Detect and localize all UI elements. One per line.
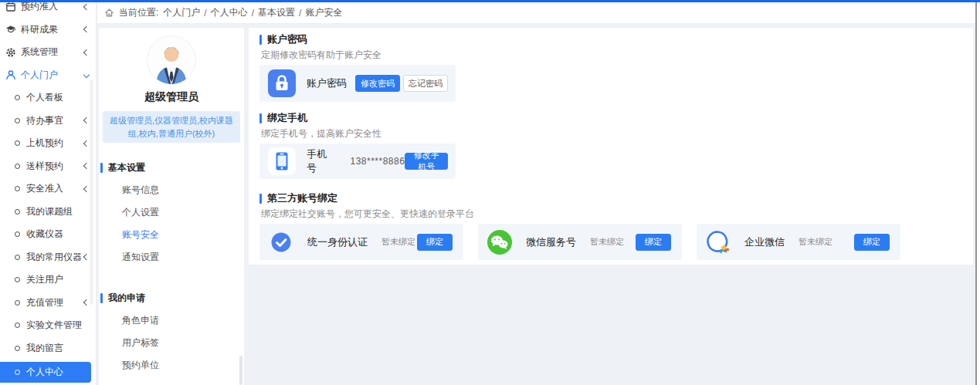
sidebar-scrollbar[interactable]: [90, 79, 93, 305]
badge-check-icon: [267, 228, 295, 256]
breadcrumb-separator: /: [252, 8, 254, 19]
breadcrumb-segment[interactable]: 账户安全: [305, 6, 342, 19]
sidebar-item-label: 我的留言: [26, 342, 63, 355]
chevron-left-icon: [83, 299, 90, 306]
bind-status: 暂未绑定: [381, 236, 415, 248]
circle-bullet-icon: [15, 209, 20, 214]
sidebar-item-reservation-access[interactable]: 预约准入: [0, 2, 96, 19]
sidebar-item-experiment-files[interactable]: 实验文件管理: [0, 314, 96, 337]
menu-item-role-application[interactable]: 角色申请: [99, 309, 244, 332]
breadcrumb-segment[interactable]: 个人中心: [211, 6, 248, 19]
circle-bullet-icon: [15, 346, 20, 351]
bind-status: 暂未绑定: [799, 236, 832, 248]
chevron-left-icon: [83, 140, 90, 147]
sidebar-item-safety-access[interactable]: 安全准入: [0, 177, 96, 201]
change-password-button[interactable]: 修改密码: [355, 75, 400, 92]
bind-button[interactable]: 绑定: [417, 234, 453, 251]
sidebar-item-followed-users[interactable]: 关注用户: [0, 268, 96, 292]
section-marker: [259, 113, 262, 123]
sidebar-item-my-research-group[interactable]: 我的课题组: [0, 201, 96, 224]
sidebar-item-recharge-management[interactable]: 充值管理: [0, 292, 96, 315]
top-accent-bar: [0, 0, 980, 2]
sidebar-item-personal-dashboard[interactable]: 个人看板: [0, 86, 96, 110]
chevron-left-icon: [83, 26, 90, 32]
sidebar-item-label: 收藏仪器: [26, 228, 63, 241]
breadcrumb: 当前位置: 个人门户 / 个人中心 / 基本设置 / 账户安全: [97, 2, 975, 24]
password-card: 账户密码 修改密码 忘记密码: [259, 65, 456, 102]
chevron-left-icon: [83, 186, 90, 192]
phone-number-value: 138****8886: [350, 156, 405, 167]
breadcrumb-separator: /: [204, 8, 206, 19]
forgot-password-button[interactable]: 忘记密码: [403, 75, 448, 92]
profile-roles-badge: 超级管理员,仪器管理员,校内课题组,校内,普通用户(校外): [103, 111, 240, 143]
home-icon: [104, 8, 114, 18]
circle-bullet-icon: [15, 186, 20, 191]
circle-bullet-icon: [15, 164, 20, 169]
breadcrumb-segment[interactable]: 基本设置: [258, 6, 295, 19]
sidebar: 预约准入 科研成果 系统管理 个人门户 个人看板: [0, 2, 97, 385]
menu-item-notification-settings[interactable]: 通知设置: [99, 246, 244, 268]
sidebar-item-sample-reservation[interactable]: 送样预约: [0, 155, 96, 178]
sidebar-item-instrument-reservation[interactable]: 上机预约: [0, 132, 96, 155]
section-marker: [100, 293, 103, 303]
section-subtitle: 绑定绑定社交账号，您可更安全、更快速的登录平台: [259, 208, 962, 218]
menu-item-reservation-unit[interactable]: 预约单位: [99, 354, 244, 377]
circle-bullet-icon: [15, 323, 20, 328]
sidebar-item-label: 送样预约: [26, 160, 63, 173]
sidebar-item-personal-portal[interactable]: 个人门户: [0, 64, 96, 87]
chevron-left-icon: [83, 163, 90, 169]
profile-menu: 基本设置 账号信息 个人设置 账号安全 通知设置 我的申请 角色申请 用户标签 …: [99, 157, 244, 385]
user-icon: [5, 69, 16, 80]
wechat-icon: [486, 228, 514, 256]
circle-bullet-icon: [15, 277, 20, 282]
sidebar-item-todo[interactable]: 待办事宜: [0, 110, 96, 133]
account-name: 企业微信: [744, 235, 785, 249]
account-security-panel: 账户密码 定期修改密码有助于账户安全 账户密码 修改密码 忘记密码 绑定手机 绑…: [249, 28, 973, 265]
menu-item-personal-settings[interactable]: 个人设置: [99, 201, 244, 224]
profile-name: 超级管理员: [99, 90, 244, 104]
phone-card: 手机号 138****8886 修改手机号: [259, 144, 456, 179]
unified-identity-card: 统一身份认证 暂未绑定 绑定: [259, 224, 463, 260]
menu-item-account-info[interactable]: 账号信息: [99, 179, 244, 201]
sidebar-item-research-achievements[interactable]: 科研成果: [0, 19, 96, 42]
sidebar-item-label: 个人门户: [21, 69, 58, 82]
wechat-service-card: 微信服务号 暂未绑定 绑定: [478, 224, 682, 260]
circle-bullet-icon: [15, 255, 20, 260]
sidebar-item-label: 实验文件管理: [26, 319, 82, 332]
chevron-down-icon: [83, 72, 90, 78]
sidebar-item-favorite-instruments[interactable]: 收藏仪器: [0, 223, 96, 246]
sidebar-item-label: 关注用户: [26, 273, 63, 286]
chevron-left-icon: [83, 49, 90, 56]
section-subtitle: 绑定手机号，提高账户安全性: [259, 127, 962, 138]
section-marker: [259, 194, 262, 204]
phone-row-label: 手机号: [307, 147, 331, 175]
chevron-left-icon: [83, 254, 90, 260]
sidebar-item-personal-center[interactable]: 个人中心: [0, 362, 91, 383]
circle-bullet-icon: [15, 95, 20, 100]
bind-button[interactable]: 绑定: [854, 234, 890, 251]
wecom-icon: [704, 228, 732, 256]
breadcrumb-separator: /: [299, 8, 301, 19]
profile-panel: 超级管理员 超级管理员,仪器管理员,校内课题组,校内,普通用户(校外) 基本设置…: [99, 28, 244, 385]
bind-button[interactable]: 绑定: [636, 234, 671, 251]
profile-menu-section-basic-settings: 基本设置: [99, 157, 244, 179]
section-title-third-party: 第三方账号绑定: [259, 192, 962, 204]
chevron-left-icon: [83, 4, 90, 10]
avatar: [147, 35, 196, 85]
sidebar-item-frequent-instruments[interactable]: 我的常用仪器: [0, 246, 96, 269]
breadcrumb-segment[interactable]: 个人门户: [163, 6, 200, 19]
phone-icon: [268, 147, 296, 175]
profile-menu-section-my-applications: 我的申请: [99, 287, 244, 309]
sidebar-item-system-management[interactable]: 系统管理: [0, 41, 96, 64]
circle-bullet-icon: [15, 300, 20, 306]
account-name: 统一身份认证: [307, 235, 368, 249]
menu-item-user-tags[interactable]: 用户标签: [99, 332, 244, 354]
change-phone-button[interactable]: 修改手机号: [405, 153, 448, 170]
menu-item-account-security[interactable]: 账号安全: [99, 224, 244, 246]
profile-panel-scrollbar[interactable]: [239, 356, 242, 385]
sidebar-item-label: 上机预约: [26, 137, 63, 150]
chevron-left-icon: [83, 117, 90, 123]
sidebar-item-my-messages[interactable]: 我的留言: [0, 337, 96, 360]
sidebar-item-label: 个人中心: [26, 366, 63, 379]
sidebar-item-label: 科研成果: [21, 23, 58, 36]
